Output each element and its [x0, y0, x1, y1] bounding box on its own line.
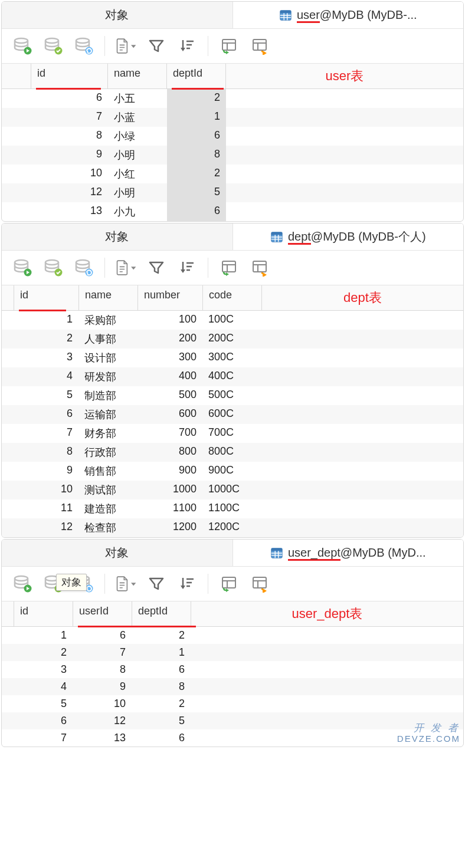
svg-rect-91: [253, 577, 266, 588]
column-header-id[interactable]: id: [14, 601, 73, 626]
cell: 制造部: [78, 386, 137, 405]
tab-table[interactable]: user_dept@MyDB (MyD...: [233, 540, 464, 566]
table-row[interactable]: 12检查部12001200C: [2, 518, 463, 537]
table-row[interactable]: 6125: [2, 712, 463, 729]
table-row[interactable]: 8行政部800800C: [2, 443, 463, 462]
svg-rect-65: [271, 548, 282, 551]
table-row[interactable]: 10小红2: [2, 165, 463, 183]
filter-button[interactable]: [146, 574, 166, 594]
begin-transaction-button[interactable]: [12, 258, 32, 278]
table-row[interactable]: 498: [2, 678, 463, 695]
column-header-id[interactable]: id: [31, 64, 108, 88]
data-grid: idnamedeptIduser表6小五27小蓝18小绿69小明810小红212…: [2, 64, 463, 221]
cell: 300C: [202, 348, 261, 367]
cell: 7: [14, 424, 78, 443]
begin-transaction-button[interactable]: [12, 574, 32, 594]
column-header-id[interactable]: id: [14, 285, 79, 310]
data-grid: idnamenumbercodedept表1采购部100100C2人事部2002…: [2, 285, 463, 537]
column-header-deptId[interactable]: deptId: [167, 64, 226, 88]
column-header-code[interactable]: code: [203, 285, 262, 310]
svg-marker-86: [181, 586, 185, 589]
tab-label: 对象: [105, 545, 129, 561]
column-header-number[interactable]: number: [138, 285, 203, 310]
table-row[interactable]: 5102: [2, 695, 463, 712]
import-button[interactable]: [219, 574, 239, 594]
table-row[interactable]: 9销售部900900C: [2, 462, 463, 481]
cell: 6: [14, 405, 78, 424]
cell: 10: [31, 165, 108, 183]
commit-button[interactable]: [43, 36, 63, 56]
table-row[interactable]: 2人事部200200C: [2, 330, 463, 348]
cell: 400C: [202, 367, 261, 386]
export-button[interactable]: [250, 36, 270, 56]
sort-button[interactable]: [177, 258, 197, 278]
tab-objects[interactable]: 对象: [2, 2, 233, 28]
sort-button[interactable]: [177, 36, 197, 56]
cell: 5: [14, 386, 78, 405]
svg-point-38: [15, 260, 28, 265]
cell: 5: [167, 183, 226, 202]
table-row[interactable]: 10测试部10001000C: [2, 481, 463, 499]
filter-button[interactable]: [146, 258, 166, 278]
tab-objects[interactable]: 对象: [2, 540, 233, 566]
svg-marker-58: [226, 272, 229, 276]
sort-button[interactable]: [177, 574, 197, 594]
column-header-name[interactable]: name: [79, 285, 138, 310]
cell: 小五: [108, 89, 167, 108]
watermark: 开 发 者DEVZE.COM: [397, 723, 460, 744]
cell: 700: [137, 424, 202, 443]
cell: 400: [137, 367, 202, 386]
filter-button[interactable]: [146, 36, 166, 56]
import-button[interactable]: [219, 258, 239, 278]
commit-button[interactable]: [43, 258, 63, 278]
svg-rect-1: [280, 10, 291, 13]
text-view-button[interactable]: [116, 258, 136, 278]
column-header-deptId[interactable]: deptId: [132, 601, 191, 626]
table-row[interactable]: 7财务部700700C: [2, 424, 463, 443]
cell: 200C: [202, 330, 261, 348]
tab-table[interactable]: dept@MyDB (MyDB-个人): [233, 223, 464, 250]
table-row[interactable]: 8小绿6: [2, 127, 463, 146]
table-row[interactable]: 6运输部600600C: [2, 405, 463, 424]
svg-point-6: [15, 38, 28, 43]
table-row[interactable]: 7小蓝1: [2, 108, 463, 127]
cell: 8: [73, 661, 132, 678]
table-row[interactable]: 5制造部500500C: [2, 386, 463, 405]
table-row[interactable]: 271: [2, 644, 463, 661]
table-row[interactable]: 11建造部11001100C: [2, 499, 463, 518]
tab-table[interactable]: user@MyDB (MyDB-...: [233, 2, 464, 28]
table-row[interactable]: 13小九6: [2, 202, 463, 221]
tab-objects[interactable]: 对象: [2, 223, 233, 250]
cell: 8: [132, 678, 191, 695]
cell: 1: [14, 311, 78, 330]
column-header-userId[interactable]: userId: [73, 601, 132, 626]
db-panel: 对象dept@MyDB (MyDB-个人)idnamenumbercodedep…: [1, 223, 464, 538]
begin-transaction-button[interactable]: [12, 36, 32, 56]
toolbar: [2, 29, 463, 64]
text-view-button[interactable]: [116, 574, 136, 594]
cell: 9: [73, 678, 132, 695]
grid-header: idnamedeptIduser表: [2, 64, 463, 89]
table-row[interactable]: 386: [2, 661, 463, 678]
table-row[interactable]: 4研发部400400C: [2, 367, 463, 386]
table-row[interactable]: 12小明5: [2, 183, 463, 202]
table-row[interactable]: 162: [2, 627, 463, 644]
import-button[interactable]: [219, 36, 239, 56]
column-header-name[interactable]: name: [108, 64, 167, 88]
cell: 8: [167, 146, 226, 165]
table-row[interactable]: 6小五2: [2, 89, 463, 108]
table-icon: [270, 547, 283, 560]
rollback-button[interactable]: [74, 36, 94, 56]
cell: 小明: [108, 183, 167, 202]
table-row[interactable]: 7136: [2, 729, 463, 747]
text-view-button[interactable]: [116, 36, 136, 56]
export-button[interactable]: [250, 574, 270, 594]
table-row[interactable]: 3设计部300300C: [2, 348, 463, 367]
db-panel: 对象user@MyDB (MyDB-...idnamedeptIduser表6小…: [1, 1, 464, 222]
table-row[interactable]: 1采购部100100C: [2, 311, 463, 330]
table-row[interactable]: 9小明8: [2, 146, 463, 165]
cell: 6: [31, 89, 108, 108]
export-button[interactable]: [250, 258, 270, 278]
svg-rect-87: [222, 577, 235, 588]
rollback-button[interactable]: [74, 258, 94, 278]
